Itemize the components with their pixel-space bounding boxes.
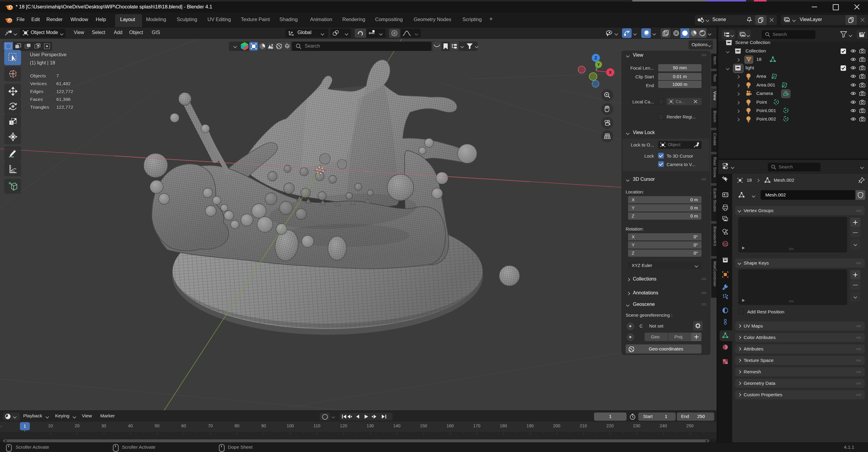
svg-text:X: X [609, 70, 612, 75]
svg-text:Z: Z [595, 55, 597, 60]
svg-text:Y: Y [597, 62, 600, 67]
